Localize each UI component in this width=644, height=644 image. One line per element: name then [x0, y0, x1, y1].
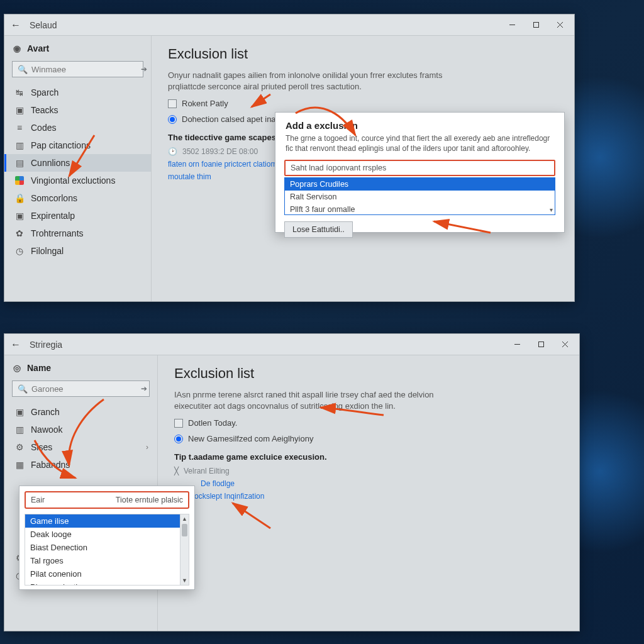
checkbox-row[interactable]: Dotlen Today. — [174, 418, 563, 428]
filter-dropdown-popup: Eair Tiote erntule plalsic Game iliseDea… — [19, 486, 195, 590]
sidebar-item[interactable]: ▦Fabandns — [4, 456, 157, 474]
sidebar: ◉ Avart 🔍 ➔ ↹Sparch▣Teacks≡Codes▥Pap cit… — [4, 36, 152, 301]
sidebar-header: Avart — [27, 43, 49, 53]
filter-option-list[interactable]: Game iliseDeak loogeBiast DenectionTal r… — [25, 514, 189, 585]
page-description: Onyur nadnalit gapes ailien from inlonol… — [168, 70, 457, 92]
sidebar-item[interactable]: ↹Sparch — [4, 84, 151, 101]
sidebar-item-label: Pap citanctions — [31, 140, 91, 150]
sidebar-item-label: Cunnlions — [31, 158, 70, 168]
minimize-button[interactable] — [505, 336, 529, 353]
sidebar-item[interactable]: ▣Teacks — [4, 101, 151, 119]
radio-label: New Gamesilfzed com Aeiglhyiony — [188, 434, 313, 443]
nav-icon: 🔒 — [14, 193, 25, 203]
nav-icon: ≡ — [14, 123, 25, 133]
radio-icon[interactable] — [168, 115, 177, 124]
sidebar-item[interactable]: ▥Pap citanctions — [4, 136, 151, 154]
scroll-down-icon[interactable]: ▼ — [180, 576, 189, 585]
window-title: Selaud — [30, 20, 57, 30]
chevron-down-icon[interactable]: ▾ — [550, 206, 553, 213]
sidebar-item[interactable]: 🔒Somcorlons — [4, 189, 151, 207]
section-subheader: Tip t.aadame game excluice execusion. — [174, 452, 563, 462]
maximize-button[interactable] — [529, 336, 553, 353]
sidebar-item[interactable]: ◷Filolngal — [4, 242, 151, 260]
filter-input[interactable]: Eair Tiote erntule plalsic — [25, 491, 189, 509]
scroll-up-icon[interactable]: ▲ — [180, 514, 189, 523]
checkbox-row[interactable]: Rokent Patly — [168, 99, 558, 108]
search-icon: 🔍 — [18, 384, 28, 394]
sidebar-item-label: Filolngal — [31, 246, 64, 256]
sidebar-item[interactable]: ▤Cunnlions — [4, 154, 151, 172]
back-icon[interactable]: ← — [11, 339, 21, 350]
search-go-icon[interactable]: ➔ — [141, 65, 147, 74]
add-exclusion-dialog: Add a exclusion The grne a togoed int, c… — [275, 112, 565, 233]
search-field[interactable] — [31, 384, 137, 394]
dropdown-option[interactable]: Pilat conenion — [25, 567, 189, 580]
dropdown-option[interactable]: Ralt Servison — [285, 191, 555, 203]
meta-text: Velranl Eilting — [184, 467, 230, 475]
checkbox-label: Dotlen Today. — [188, 418, 237, 428]
search-go-icon[interactable]: ➔ — [141, 384, 147, 393]
scrollbar[interactable]: ▲ ▼ — [180, 514, 189, 585]
page-title: Exclusion list — [174, 365, 563, 382]
svg-rect-5 — [538, 342, 543, 347]
sidebar-item-label: Teacks — [31, 105, 58, 115]
nav-icon: ◷ — [14, 246, 25, 256]
maximize-button[interactable] — [524, 16, 548, 34]
chevron-right-icon: › — [146, 443, 148, 452]
dialog-action-button[interactable]: Lose Eattutidi.. — [284, 221, 353, 238]
search-field[interactable] — [31, 65, 137, 74]
page-description: IAsn pnrme terene alsrct raned thit aspa… — [174, 389, 464, 412]
sidebar-item-label: Nawook — [31, 425, 63, 435]
sidebar-item[interactable]: ▣Granch — [4, 403, 157, 421]
search-input[interactable]: 🔍 ➔ — [12, 61, 143, 77]
link-primary[interactable]: De flodlge — [201, 479, 563, 488]
radio-row[interactable]: New Gamesilfzed com Aeiglhyiony — [174, 434, 563, 443]
sidebar-item-label: Granch — [31, 407, 60, 417]
filter-input-right: Tiote erntule plalsic — [116, 496, 183, 504]
dropdown-option[interactable]: Tal rgoes — [25, 554, 189, 567]
dropdown-option[interactable]: Poprars Crudiles — [285, 178, 555, 191]
link-secondary[interactable]: ockslept Inqinfization — [194, 492, 563, 501]
filter-input-left: Eair — [31, 496, 45, 504]
svg-rect-1 — [533, 23, 538, 28]
radio-icon[interactable] — [174, 435, 183, 443]
sidebar-item-label: Expirentalp — [31, 211, 75, 221]
close-button[interactable] — [548, 16, 572, 34]
dropdown-option[interactable]: Pllft 3 faur onmalle — [285, 203, 555, 215]
scroll-thumb[interactable] — [182, 524, 187, 536]
exclusion-type-dropdown[interactable]: ▾ Poprars CrudilesRalt ServisonPllft 3 f… — [284, 177, 555, 215]
dropdown-option[interactable]: Deak looge — [25, 528, 189, 541]
sidebar-item-label: Vingiontal excluctions — [31, 175, 115, 186]
window-controls — [505, 336, 577, 353]
sidebar-item[interactable]: ▥Nawook — [4, 421, 157, 438]
exclusion-type-input[interactable]: Saht lnad íoponvant rrsples — [284, 160, 555, 176]
nav-icon: ▣ — [14, 105, 25, 115]
back-icon[interactable]: ← — [11, 19, 21, 31]
checkbox-icon[interactable] — [174, 419, 183, 428]
meta-date: 3502 1893:2 DE 08:00 — [182, 147, 258, 156]
search-icon: 🔍 — [18, 65, 28, 74]
sidebar-item[interactable]: Vingiontal excluctions — [4, 172, 151, 189]
minimize-button[interactable] — [500, 16, 524, 34]
dropdown-option[interactable]: Plese rodestion. — [25, 580, 189, 585]
sidebar-item-label: Somcorlons — [31, 193, 77, 203]
dropdown-option[interactable]: Game ilise — [25, 514, 189, 528]
clock-icon: 🕑 — [168, 147, 177, 156]
sidebar-item[interactable]: ≡Codes — [4, 119, 151, 136]
sidebar-item-label: Trohtrernants — [31, 228, 84, 238]
checkbox-icon[interactable] — [168, 99, 177, 108]
page-title: Exclusion list — [168, 46, 558, 62]
nav-icon: ✿ — [14, 228, 25, 238]
sidebar-item[interactable]: ▣Expirentalp — [4, 207, 151, 225]
titlebar: ← Striregia — [4, 334, 579, 355]
nav-icon: ▣ — [14, 407, 25, 417]
close-button[interactable] — [553, 336, 577, 353]
sidebar-item[interactable]: ⚙Sises› — [4, 438, 157, 456]
sidebar-item-label: Codes — [31, 123, 56, 133]
checkbox-label: Rokent Patly — [182, 99, 228, 108]
dropdown-option[interactable]: Biast Denection — [25, 541, 189, 554]
home-icon: ◉ — [13, 43, 21, 53]
sidebar-item-label: Fabandns — [31, 460, 70, 470]
search-input[interactable]: 🔍 ➔ — [12, 380, 150, 397]
sidebar-item[interactable]: ✿Trohtrernants — [4, 225, 151, 242]
